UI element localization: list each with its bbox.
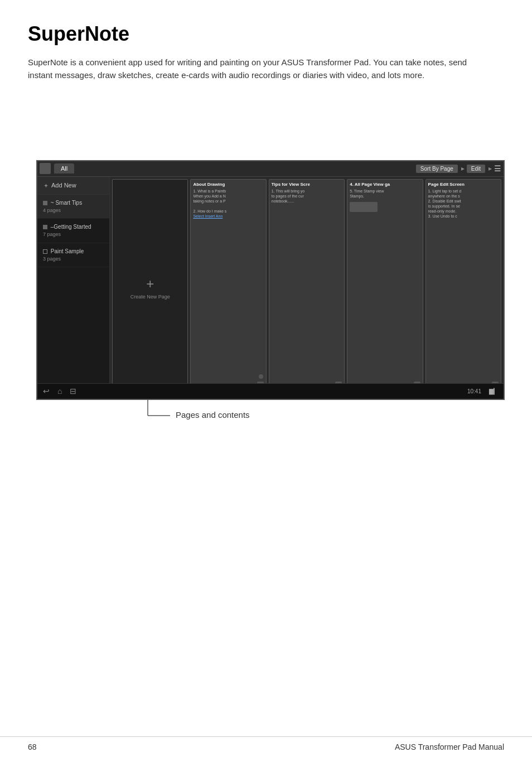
thumb-2-text: 1. This will bring yoto pages of the cur…	[272, 189, 342, 204]
menu-icon[interactable]: ☰	[494, 164, 501, 173]
page-title: SuperNote	[28, 22, 504, 46]
sidebar-item-smart-tips-title: ~ Smart Tips	[43, 199, 104, 207]
plus-icon: ＋	[43, 181, 49, 190]
pages-label-area: Pages and contents	[28, 400, 513, 420]
main-content: ＋ Add New ~ Smart Tips 4 pages –Get	[37, 177, 504, 399]
undo-icon[interactable]: ↩	[43, 387, 50, 396]
thumb-3-text: 5. Time Stamp viewStamps.	[350, 189, 420, 199]
sidebar-item-paint-sample[interactable]: Paint Sample 3 pages	[37, 243, 109, 268]
thumb-2-content: Tips for View Scre 1. This will bring yo…	[269, 180, 344, 389]
tab-all[interactable]: All	[54, 163, 74, 173]
create-plus-icon: +	[146, 276, 154, 292]
copy-icon[interactable]: ⊟	[70, 387, 76, 396]
pages-label-line-svg	[142, 400, 176, 418]
thumb-1-text: 1. What is a PaintbWhen you Add a Ntakin…	[193, 189, 263, 219]
thumb-4-title: Page Edit Screen	[428, 182, 499, 187]
thumb-2-title: Tips for View Scre	[272, 182, 342, 187]
page-thumb-2[interactable]: Tips for View Scre 1. This will bring yo…	[269, 179, 345, 397]
sidebar-item-icon-2	[43, 225, 47, 229]
time-display: 10:41	[467, 388, 481, 394]
pages-label: Pages and contents	[176, 410, 250, 420]
sidebar-item-paint-sample-pages: 3 pages	[43, 255, 104, 263]
sidebar-item-getting-started-title: –Getting Started	[43, 223, 104, 231]
thumb-1-title: About Drawing	[193, 182, 263, 187]
export-icon	[43, 249, 47, 254]
sidebar-item-smart-tips[interactable]: ~ Smart Tips 4 pages	[37, 195, 109, 219]
sort-by-button[interactable]: Sort By Page	[416, 165, 458, 173]
footer-page-number: 68	[28, 742, 37, 751]
sidebar: ＋ Add New ~ Smart Tips 4 pages –Get	[37, 177, 110, 399]
create-label: Create New Page	[130, 294, 170, 300]
thumb-1-content: About Drawing 1. What is a PaintbWhen yo…	[191, 180, 265, 389]
page-thumbnails: + Create New Page About Drawing 1. What …	[110, 177, 504, 399]
thumb-3-image	[350, 202, 378, 212]
sidebar-item-smart-tips-pages: 4 pages	[43, 207, 104, 214]
scroll-indicator	[259, 374, 263, 379]
sidebar-item-icon	[43, 201, 47, 205]
sidebar-item-paint-sample-title: Paint Sample	[43, 248, 104, 255]
edit-button[interactable]: Edit	[467, 165, 485, 173]
sidebar-item-getting-started[interactable]: –Getting Started 7 pages	[37, 219, 109, 243]
page-intro: SuperNote is a convenient app used for w…	[28, 56, 485, 82]
page-thumb-3[interactable]: 4. All Page View ga 5. Time Stamp viewSt…	[347, 179, 423, 397]
app-icon	[40, 163, 51, 174]
thumb-4-text: 1. Light tap to set danywhere on the s2.…	[428, 189, 499, 219]
footer-manual-title: ASUS Transformer Pad Manual	[395, 742, 504, 751]
page-footer: 68 ASUS Transformer Pad Manual	[0, 736, 532, 757]
thumb-3-title: 4. All Page View ga	[350, 182, 420, 187]
page-thumb-4[interactable]: Page Edit Screen 1. Light tap to set dan…	[425, 179, 501, 397]
home-icon[interactable]: ⌂	[57, 387, 62, 396]
screenshot: All Sort By Page ▸ Edit ▸ ☰ ＋ Add New	[36, 160, 505, 400]
add-new-label: Add New	[51, 182, 76, 189]
thumb-4-content: Page Edit Screen 1. Light tap to set dan…	[426, 180, 501, 389]
topbar: All Sort By Page ▸ Edit ▸ ☰	[37, 161, 504, 177]
battery-icon: ▇▎	[489, 388, 498, 394]
diagram-wrapper: All your notebooks and paintbooks View b…	[28, 160, 513, 420]
thumb-3-content: 4. All Page View ga 5. Time Stamp viewSt…	[347, 180, 422, 389]
sidebar-item-getting-started-pages: 7 pages	[43, 231, 104, 238]
page-thumb-1[interactable]: About Drawing 1. What is a PaintbWhen yo…	[190, 179, 266, 397]
create-new-page[interactable]: + Create New Page	[112, 179, 188, 397]
add-new-button[interactable]: ＋ Add New	[37, 177, 109, 195]
bottombar: ↩ ⌂ ⊟ 10:41 ▇▎	[37, 383, 504, 399]
